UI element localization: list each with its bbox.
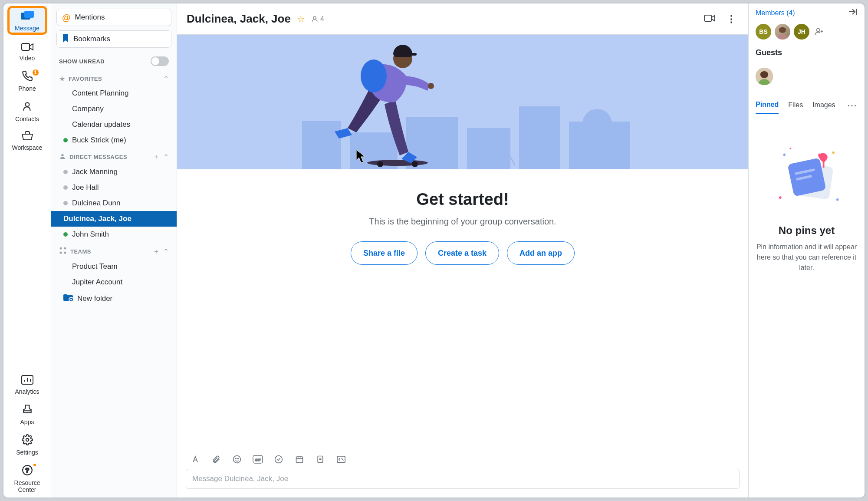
- avatar[interactable]: BS: [756, 24, 771, 40]
- task-icon[interactable]: [273, 454, 284, 465]
- svg-point-27: [361, 59, 387, 92]
- dm-item[interactable]: Dulcinea Dunn: [56, 195, 172, 211]
- presence-dot: [63, 201, 68, 205]
- empty-title: No pins yet: [779, 224, 835, 237]
- mentions-label: Mentions: [75, 13, 105, 22]
- message-icon: [21, 11, 34, 23]
- svg-point-10: [64, 247, 66, 250]
- svg-point-8: [61, 154, 63, 156]
- nav-phone-label: Phone: [18, 85, 36, 92]
- nav-workspace[interactable]: Workspace: [7, 128, 47, 153]
- workspace-icon: [21, 131, 33, 142]
- composer-toolbar: GIF: [186, 452, 740, 469]
- attachment-icon[interactable]: [211, 454, 221, 465]
- chevron-up-icon[interactable]: ⌃: [163, 75, 169, 83]
- resource-center-dot: [33, 463, 37, 467]
- mentions-button[interactable]: @ Mentions: [56, 9, 171, 26]
- tab-images[interactable]: Images: [812, 98, 835, 113]
- dm-item[interactable]: John Smith: [56, 227, 172, 242]
- bookmarks-button[interactable]: Bookmarks: [56, 30, 171, 48]
- format-icon[interactable]: [190, 454, 201, 465]
- nav-analytics-label: Analytics: [15, 388, 39, 395]
- start-video-icon[interactable]: [701, 12, 718, 26]
- member-count[interactable]: 4: [311, 15, 324, 23]
- svg-point-41: [817, 29, 820, 32]
- svg-point-36: [275, 456, 283, 463]
- tab-files[interactable]: Files: [788, 98, 803, 113]
- dm-item[interactable]: Jack Manning: [56, 164, 172, 180]
- gif-icon[interactable]: GIF: [253, 454, 263, 465]
- emoji-icon[interactable]: [232, 454, 242, 465]
- plus-icon[interactable]: ＋: [153, 152, 160, 162]
- members-link[interactable]: Members (4): [756, 9, 795, 17]
- nav-resource-center[interactable]: ? Resource Center: [7, 461, 47, 495]
- nav-analytics[interactable]: Analytics: [7, 372, 47, 397]
- svg-rect-17: [302, 121, 341, 169]
- team-item[interactable]: Jupiter Account: [56, 274, 172, 290]
- more-menu-icon[interactable]: ⋮: [724, 12, 739, 26]
- message-input[interactable]: [186, 469, 740, 489]
- plus-icon[interactable]: ＋: [153, 247, 160, 256]
- event-icon[interactable]: [294, 454, 305, 465]
- svg-point-12: [64, 252, 66, 254]
- svg-rect-15: [704, 15, 711, 21]
- favorite-item[interactable]: Content Planning: [56, 86, 172, 101]
- nav-resource-label: Resource Center: [7, 479, 47, 493]
- svg-point-11: [60, 252, 62, 254]
- svg-point-47: [779, 196, 782, 199]
- favorite-item[interactable]: Calendar updates: [56, 117, 172, 132]
- note-icon[interactable]: [315, 454, 326, 465]
- nav-apps[interactable]: Apps: [7, 400, 47, 427]
- guest-avatar[interactable]: [756, 68, 773, 85]
- member-avatars: BS JH: [756, 24, 858, 40]
- phone-icon: [22, 70, 33, 83]
- nav-video[interactable]: Video: [7, 38, 47, 63]
- chevron-up-icon[interactable]: ⌃: [163, 247, 169, 256]
- video-icon: [21, 42, 33, 53]
- favorite-star-icon[interactable]: ☆: [297, 14, 305, 24]
- nav-phone[interactable]: 1 Phone: [7, 67, 47, 94]
- svg-rect-37: [296, 457, 303, 462]
- avatar[interactable]: JH: [794, 24, 809, 40]
- add-member-icon[interactable]: [813, 26, 825, 38]
- nav-contacts[interactable]: Contacts: [7, 97, 47, 124]
- svg-rect-2: [22, 43, 30, 50]
- dm-item[interactable]: Joe Hall: [56, 180, 172, 195]
- show-unread-toggle[interactable]: [151, 56, 169, 66]
- nav-settings-label: Settings: [16, 449, 38, 456]
- avatar[interactable]: [775, 24, 790, 40]
- right-panel: Members (4) BS JH Guests Pinned Files Im…: [748, 3, 865, 498]
- share-file-button[interactable]: Share a file: [351, 241, 418, 265]
- nav-apps-label: Apps: [20, 419, 34, 425]
- teams-header[interactable]: TEAMS ＋ ⌃: [56, 244, 172, 259]
- collapse-panel-icon[interactable]: [848, 8, 858, 18]
- create-task-button[interactable]: Create a task: [425, 241, 499, 265]
- team-item[interactable]: Product Team: [56, 259, 172, 274]
- svg-point-33: [238, 458, 239, 459]
- contacts-icon: [22, 101, 33, 114]
- composer: GIF: [177, 447, 748, 498]
- gear-icon: [22, 434, 33, 447]
- svg-point-32: [236, 458, 237, 459]
- favorite-item[interactable]: Company: [56, 101, 172, 117]
- bookmarks-label: Bookmarks: [73, 35, 110, 43]
- nav-settings[interactable]: Settings: [7, 431, 47, 458]
- code-icon[interactable]: [336, 454, 346, 465]
- svg-rect-30: [411, 53, 417, 56]
- favorite-item[interactable]: Buck Strick (me): [56, 132, 172, 148]
- tab-pinned[interactable]: Pinned: [756, 97, 779, 114]
- add-app-button[interactable]: Add an app: [507, 241, 575, 265]
- welcome-subtitle: This is the beginning of your group conv…: [369, 217, 556, 227]
- presence-dot: [63, 138, 68, 142]
- svg-point-9: [60, 247, 62, 250]
- new-folder[interactable]: New folder: [56, 290, 172, 307]
- tabs-more-icon[interactable]: ⋯: [847, 100, 858, 111]
- dm-item-active[interactable]: Dulcinea, Jack, Joe: [51, 211, 177, 227]
- chevron-up-icon[interactable]: ⌃: [163, 153, 169, 161]
- favorites-header[interactable]: ★ FAVORITES ⌃: [56, 72, 172, 86]
- nav-message[interactable]: Message: [7, 6, 47, 35]
- svg-point-28: [428, 83, 434, 89]
- nav-video-label: Video: [20, 55, 35, 62]
- welcome-section: Get started! This is the beginning of yo…: [177, 169, 748, 274]
- dm-header[interactable]: DIRECT MESSAGES ＋ ⌃: [56, 150, 172, 164]
